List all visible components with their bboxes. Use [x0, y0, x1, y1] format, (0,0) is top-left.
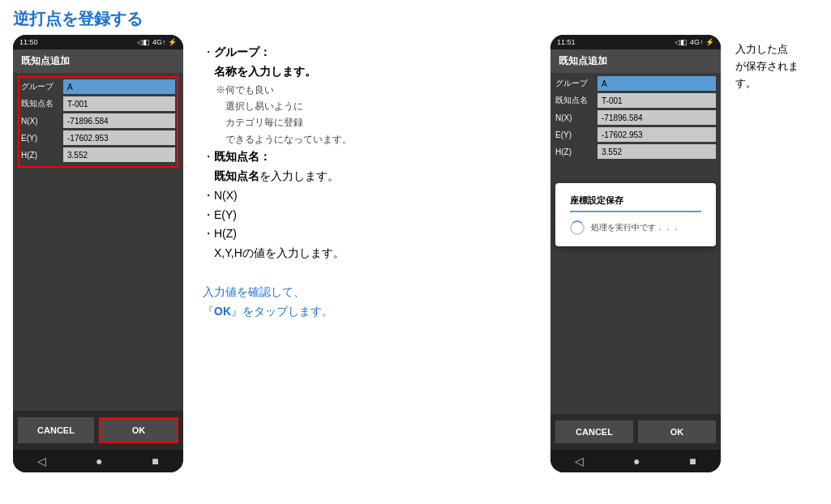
instruction-note1: ※何でも良い	[203, 82, 531, 98]
phone1-back-icon[interactable]: ◁	[37, 455, 46, 468]
instruction-group-detail: 名称を入力します。	[203, 62, 531, 82]
phone1-ok-button[interactable]: OK	[99, 417, 178, 443]
phone2-name-row: 既知点名	[555, 93, 716, 108]
phone1-home-icon[interactable]: ●	[96, 455, 102, 468]
phone1-ey-label: E(Y)	[21, 134, 63, 143]
phone1-name-label: 既知点名	[21, 98, 63, 109]
phone1-group-label: グループ	[21, 81, 63, 92]
phone2-nx-input[interactable]	[598, 110, 716, 125]
instructions-panel: ・グループ： 名称を入力します。 ※何でも良い 選択し易いように カテゴリ毎に登…	[190, 35, 544, 329]
phone2-cancel-button[interactable]: CANCEL	[555, 421, 633, 443]
instruction-footer1: 入力値を確認して、	[203, 283, 531, 302]
phone1: 11:50 ◁◧ 4G↑ ⚡ 既知点追加 グループ 既知点名 N(X)	[13, 35, 183, 472]
instruction-xyz-detail: X,Y,Hの値を入力します。	[203, 244, 531, 263]
phone2-dialog-title: 座標設定保存	[570, 194, 701, 212]
phone1-recent-icon[interactable]: ■	[152, 455, 158, 468]
phone2-hz-label: H(Z)	[555, 147, 598, 156]
phone1-group-row: グループ	[21, 79, 175, 94]
phone2-recent-icon[interactable]: ■	[689, 455, 696, 468]
phone2-dialog: 座標設定保存 処理を実行中です．．．	[555, 183, 716, 246]
phone2-ey-label: E(Y)	[555, 130, 598, 139]
phone2-spinner-icon	[570, 220, 585, 235]
phone2-time: 11:51	[557, 38, 576, 46]
page-title: 逆打点を登録する	[0, 0, 831, 35]
phone2-ey-row: E(Y)	[555, 127, 716, 142]
phone1-form-redbox: グループ 既知点名 N(X) E(Y)	[18, 76, 178, 168]
phone1-cancel-button[interactable]: CANCEL	[18, 417, 94, 443]
phone2-status-bar: 11:51 ◁◧ 4G↑ ⚡	[550, 35, 721, 49]
phone2-bottom-bar: CANCEL OK	[550, 414, 721, 450]
phone1-name-input[interactable]	[63, 96, 175, 111]
instruction-pointname-detail: 既知点名を入力します。	[203, 167, 531, 186]
phone2-group-input[interactable]	[598, 76, 716, 91]
phone2-group-row: グループ	[555, 76, 716, 91]
phone2-nav-bar: ◁ ● ■	[550, 450, 721, 472]
phone1-hz-row: H(Z)	[21, 147, 175, 162]
instruction-ey: ・E(Y)	[203, 206, 531, 225]
phone2-group-label: グループ	[555, 78, 598, 89]
phone2-name-label: 既知点名	[555, 95, 598, 106]
phone1-nx-label: N(X)	[21, 117, 63, 126]
phone2: 11:51 ◁◧ 4G↑ ⚡ 既知点追加 グループ 既知点名 N(X)	[550, 35, 721, 472]
side-note: 入力した点 が保存されます。	[727, 35, 825, 98]
side-note-line1: 入力した点	[735, 43, 788, 55]
phone1-screen-header: 既知点追加	[13, 49, 183, 73]
phone1-status-bar: 11:50 ◁◧ 4G↑ ⚡	[13, 35, 183, 49]
phone1-hz-label: H(Z)	[21, 151, 63, 160]
phone1-ey-row: E(Y)	[21, 130, 175, 145]
phone1-hz-input[interactable]	[63, 147, 175, 162]
phone2-hz-row: H(Z)	[555, 144, 716, 159]
instruction-footer2: 『OK』をタップします。	[203, 302, 531, 322]
phone2-status-icons: ◁◧ 4G↑ ⚡	[675, 38, 714, 46]
phone1-name-row: 既知点名	[21, 96, 175, 111]
phone2-screen-header: 既知点追加	[550, 49, 721, 73]
phone2-name-input[interactable]	[598, 93, 716, 108]
phone1-group-input[interactable]	[63, 79, 175, 94]
phone1-status-icons: ◁◧ 4G↑ ⚡	[137, 38, 177, 46]
phone1-bottom-bar: CANCEL OK	[13, 411, 183, 450]
instruction-note3: カテゴリ毎に登録	[203, 114, 531, 130]
phone2-back-icon[interactable]: ◁	[575, 455, 584, 468]
instruction-hz: ・H(Z)	[203, 224, 531, 244]
side-note-line2: が保存されます。	[735, 60, 799, 89]
phone2-ey-input[interactable]	[598, 127, 716, 142]
phone1-nx-row: N(X)	[21, 113, 175, 128]
phone2-home-icon[interactable]: ●	[633, 455, 640, 468]
phone2-dialog-content: 処理を実行中です．．．	[570, 220, 701, 235]
instruction-pointname-heading: ・既知点名：	[203, 147, 531, 167]
phone1-nx-input[interactable]	[63, 113, 175, 128]
phone2-nx-row: N(X)	[555, 110, 716, 125]
phone2-dialog-message: 処理を実行中です．．．	[591, 222, 680, 233]
phone2-hz-input[interactable]	[598, 144, 716, 159]
phone2-dialog-area: 座標設定保存 処理を実行中です．．．	[555, 183, 716, 246]
instruction-group-heading: ・グループ：	[203, 43, 531, 62]
instruction-note2: 選択し易いように	[203, 98, 531, 114]
instruction-nx: ・N(X)	[203, 186, 531, 206]
phone1-time: 11:50	[19, 38, 38, 46]
phone2-nx-label: N(X)	[555, 113, 598, 122]
phone2-ok-button[interactable]: OK	[638, 421, 716, 443]
phone1-nav-bar: ◁ ● ■	[13, 450, 183, 472]
phone1-ey-input[interactable]	[63, 130, 175, 145]
instruction-note4: できるようになっています。	[203, 131, 531, 147]
